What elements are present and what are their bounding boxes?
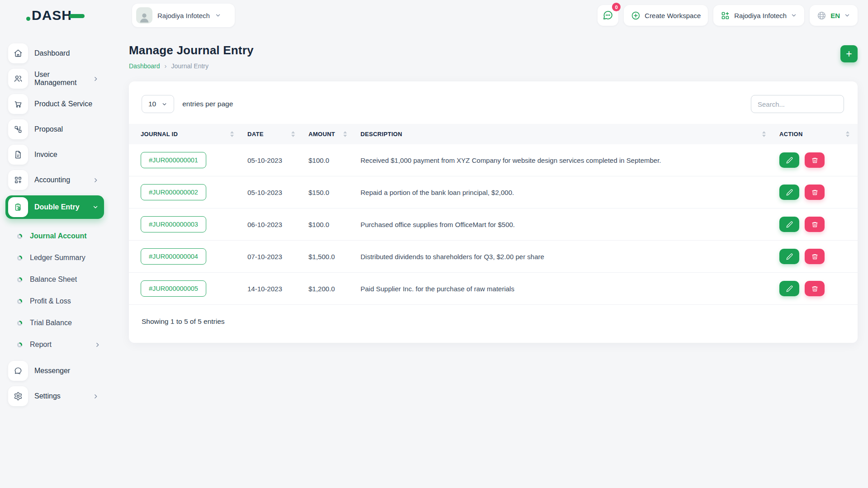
delete-button[interactable] xyxy=(805,249,825,264)
amount-cell: $1,500.0 xyxy=(303,241,355,273)
journal-id-badge[interactable]: #JUR000000005 xyxy=(141,280,206,297)
sidebar-item-accounting[interactable]: Accounting xyxy=(8,170,104,190)
edit-button[interactable] xyxy=(779,185,799,200)
page-head: Manage Journal Entry Dashboard › Journal… xyxy=(129,43,858,70)
create-workspace-label: Create Workspace xyxy=(645,12,701,19)
delete-button[interactable] xyxy=(805,281,825,296)
entries-per-page-value: 10 xyxy=(148,100,156,108)
bullet-icon xyxy=(17,299,22,304)
date-cell: 14-10-2023 xyxy=(242,273,303,305)
edit-button[interactable] xyxy=(779,281,799,296)
delete-button[interactable] xyxy=(805,217,825,232)
entries-per-page-select[interactable]: 10 xyxy=(142,95,174,113)
chevron-down-icon xyxy=(161,101,167,107)
sidebar-item-label: Accounting xyxy=(34,176,70,184)
edit-button[interactable] xyxy=(779,152,799,168)
language-dropdown[interactable]: EN xyxy=(810,5,858,26)
sidebar-item-proposal[interactable]: Proposal xyxy=(8,119,104,139)
sidebar-item-settings[interactable]: Settings xyxy=(8,386,104,406)
journal-id-badge[interactable]: #JUR000000004 xyxy=(141,248,206,265)
delete-button[interactable] xyxy=(805,152,825,168)
chevron-right-icon xyxy=(95,342,100,348)
company-name: Rajodiya Infotech xyxy=(734,12,787,19)
sidebar-item-label: Invoice xyxy=(34,151,57,159)
sidebar-item-label: Messenger xyxy=(34,367,70,375)
sidebar-item-double-entry[interactable]: Double Entry xyxy=(5,195,104,219)
amount-cell: $150.0 xyxy=(303,176,355,208)
sidebar-subitem-label: Profit & Loss xyxy=(30,297,71,305)
sidebar-item-dashboard[interactable]: Dashboard xyxy=(8,43,104,63)
cart-icon xyxy=(8,94,28,114)
pencil-icon xyxy=(786,221,793,228)
sidebar-subitem-journal-account[interactable]: Journal Account xyxy=(0,225,109,247)
table-row: #JUR000000004 07-10-2023 $1,500.0 Distri… xyxy=(129,241,858,273)
date-cell: 05-10-2023 xyxy=(242,144,303,176)
trash-icon xyxy=(811,189,818,196)
table-row: #JUR000000003 06-10-2023 $100.0 Purchase… xyxy=(129,208,858,241)
bullet-icon xyxy=(17,277,22,282)
journal-id-badge[interactable]: #JUR000000002 xyxy=(141,184,206,200)
sort-icon xyxy=(291,131,298,137)
sidebar-subitem-label: Report xyxy=(30,341,52,349)
sidebar-subitem-trial-balance[interactable]: Trial Balance xyxy=(0,312,109,334)
delete-button[interactable] xyxy=(805,185,825,200)
double-entry-clipboard-icon xyxy=(8,197,28,217)
users-icon xyxy=(8,69,28,89)
edit-button[interactable] xyxy=(779,217,799,232)
sidebar-subitem-ledger-summary[interactable]: Ledger Summary xyxy=(0,247,109,269)
double-entry-submenu: Journal Account Ledger Summary Balance S… xyxy=(0,225,109,355)
home-icon xyxy=(8,43,28,63)
amount-cell: $100.0 xyxy=(303,144,355,176)
column-header-action[interactable]: ACTION xyxy=(774,124,858,144)
column-header-journal-id[interactable]: JOURNAL ID xyxy=(129,124,242,144)
column-header-amount[interactable]: AMOUNT xyxy=(303,124,355,144)
messages-button[interactable]: 0 xyxy=(598,5,618,26)
sidebar-item-invoice[interactable]: Invoice xyxy=(8,145,104,165)
journal-id-badge[interactable]: #JUR000000003 xyxy=(141,216,206,232)
page-title: Manage Journal Entry xyxy=(129,43,254,57)
sort-icon xyxy=(343,131,350,137)
sidebar-item-messenger[interactable]: Messenger xyxy=(8,361,104,381)
messages-count-badge: 0 xyxy=(612,3,621,11)
create-journal-entry-button[interactable]: + xyxy=(840,45,858,62)
sidebar-subitem-balance-sheet[interactable]: Balance Sheet xyxy=(0,269,109,290)
edit-button[interactable] xyxy=(779,249,799,264)
breadcrumb-current: Journal Entry xyxy=(171,62,209,70)
column-header-date[interactable]: DATE xyxy=(242,124,303,144)
brand-logo[interactable]: DASH xyxy=(26,8,85,23)
search-input[interactable] xyxy=(751,95,844,113)
sort-icon xyxy=(846,131,852,137)
brand-name: DASH xyxy=(32,8,72,23)
company-dropdown[interactable]: Rajodiya Infotech xyxy=(713,5,804,26)
sidebar-subitem-label: Trial Balance xyxy=(30,319,72,327)
breadcrumb-dashboard-link[interactable]: Dashboard xyxy=(129,62,160,70)
bullet-icon xyxy=(17,342,22,347)
journal-id-badge[interactable]: #JUR000000001 xyxy=(141,152,206,168)
sidebar-subitem-report[interactable]: Report xyxy=(0,334,109,355)
main-content: Manage Journal Entry Dashboard › Journal… xyxy=(109,31,868,488)
avatar xyxy=(136,7,152,24)
journal-entries-card: 10 entries per page JOURNAL ID DATE AMOU… xyxy=(129,81,858,343)
sidebar-subitem-profit-loss[interactable]: Profit & Loss xyxy=(0,290,109,312)
proposal-icon xyxy=(8,119,28,139)
workspace-user-dropdown[interactable]: Rajodiya Infotech xyxy=(132,4,235,27)
chevron-down-icon xyxy=(215,12,221,19)
sidebar-item-user-management[interactable]: User Management xyxy=(8,69,104,89)
breadcrumb-separator-icon: › xyxy=(165,62,167,70)
messenger-icon xyxy=(8,361,28,381)
chevron-right-icon xyxy=(93,393,99,399)
date-cell: 07-10-2023 xyxy=(242,241,303,273)
pencil-icon xyxy=(786,285,793,292)
topbar-actions: 0 Create Workspace Rajodiya Infotech xyxy=(598,5,868,26)
workspace-grid-icon xyxy=(721,11,730,20)
showing-entries-status: Showing 1 to 5 of 5 entries xyxy=(129,305,858,326)
create-workspace-button[interactable]: Create Workspace xyxy=(624,5,708,26)
table-row: #JUR000000002 05-10-2023 $150.0 Repaid a… xyxy=(129,176,858,208)
amount-cell: $100.0 xyxy=(303,208,355,241)
bullet-icon xyxy=(17,234,22,239)
column-header-description[interactable]: DESCRIPTION xyxy=(355,124,774,144)
gear-icon xyxy=(8,386,28,406)
bullet-icon xyxy=(17,256,22,261)
sidebar-item-product-service[interactable]: Product & Service xyxy=(8,94,104,114)
chevron-down-icon xyxy=(92,204,99,210)
